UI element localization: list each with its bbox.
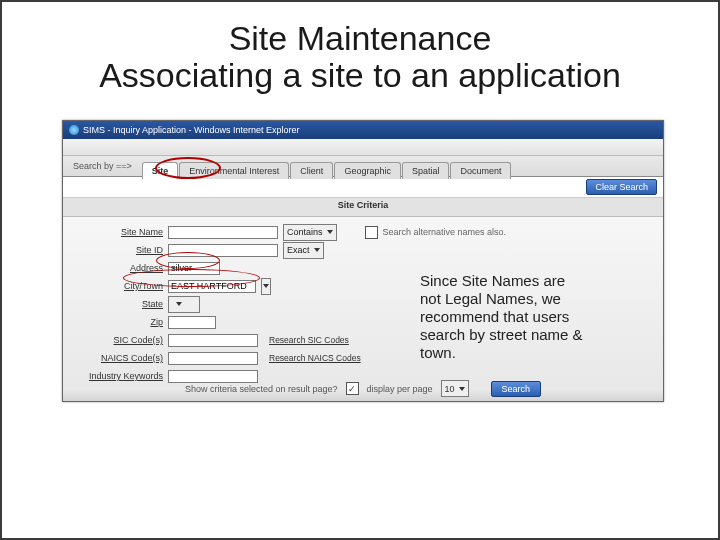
- site-name-mode-select[interactable]: Contains: [283, 224, 337, 241]
- chevron-down-icon: [263, 284, 269, 288]
- tab-strip: Search by ==> SiteEnvironmental Interest…: [63, 156, 663, 177]
- city-select[interactable]: [261, 278, 271, 295]
- display-per-page-label: display per page: [367, 384, 433, 394]
- label-sic: SIC Code(s): [71, 335, 163, 345]
- naics-research-link[interactable]: Research NAICS Codes: [269, 353, 361, 363]
- label-site-name: Site Name: [71, 227, 163, 237]
- label-state: State: [71, 299, 163, 309]
- chevron-down-icon: [459, 387, 465, 391]
- search-button[interactable]: Search: [491, 381, 542, 397]
- label-site-id: Site ID: [71, 245, 163, 255]
- tab-geographic[interactable]: Geographic: [334, 162, 401, 179]
- title-line2: Associating a site to an application: [99, 56, 621, 94]
- chevron-down-icon: [327, 230, 333, 234]
- ie-globe-icon: [69, 125, 79, 135]
- search-by-label: Search by ==>: [63, 161, 142, 171]
- tab-environmental-interest[interactable]: Environmental Interest: [179, 162, 289, 179]
- tab-document[interactable]: Document: [450, 162, 511, 179]
- window-title: SIMS - Inquiry Application - Windows Int…: [83, 125, 300, 135]
- show-criteria-checkbox[interactable]: ✓: [346, 382, 359, 395]
- title-line1: Site Maintenance: [229, 19, 492, 57]
- alt-names-label: Search alternative names also.: [383, 227, 507, 237]
- clear-search-button[interactable]: Clear Search: [586, 179, 657, 195]
- zip-input[interactable]: [168, 316, 216, 329]
- tab-spatial[interactable]: Spatial: [402, 162, 450, 179]
- form-footer: Show criteria selected on result page? ✓…: [63, 380, 663, 397]
- site-id-mode-select[interactable]: Exact: [283, 242, 324, 259]
- alt-names-checkbox[interactable]: [365, 226, 378, 239]
- label-zip: Zip: [71, 317, 163, 327]
- naics-input[interactable]: [168, 352, 258, 365]
- chevron-down-icon: [176, 302, 182, 306]
- show-criteria-label: Show criteria selected on result page?: [185, 384, 338, 394]
- chevron-down-icon: [314, 248, 320, 252]
- label-address: Address: [71, 263, 163, 273]
- slide-title: Site Maintenance Associating a site to a…: [2, 20, 718, 95]
- tab-site[interactable]: Site: [142, 162, 179, 179]
- clear-row: Clear Search: [63, 177, 663, 198]
- window-titlebar: SIMS - Inquiry Application - Windows Int…: [63, 121, 663, 139]
- callout-text: Since Site Names are not Legal Names, we…: [420, 272, 588, 362]
- site-name-input[interactable]: [168, 226, 278, 239]
- sic-input[interactable]: [168, 334, 258, 347]
- address-input[interactable]: [168, 262, 220, 275]
- label-city: City/Town: [71, 281, 163, 291]
- state-select[interactable]: [168, 296, 200, 313]
- tab-client[interactable]: Client: [290, 162, 333, 179]
- site-id-input[interactable]: [168, 244, 278, 257]
- panel-title: Site Criteria: [63, 198, 663, 217]
- browser-toolbar: [63, 139, 663, 156]
- sic-research-link[interactable]: Research SIC Codes: [269, 335, 349, 345]
- per-page-select[interactable]: 10: [441, 380, 469, 397]
- city-input[interactable]: [168, 280, 256, 293]
- label-naics: NAICS Code(s): [71, 353, 163, 363]
